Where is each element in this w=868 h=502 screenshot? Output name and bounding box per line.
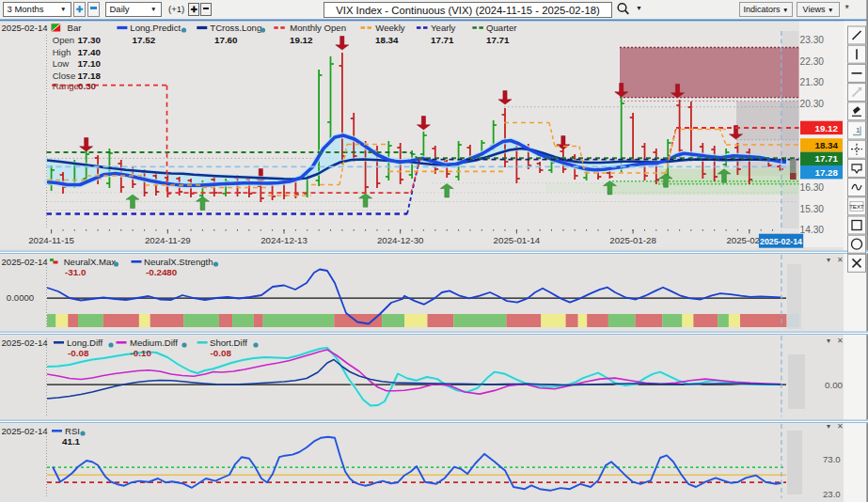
svg-text:Low: Low [53, 58, 70, 69]
svg-text:17.28: 17.28 [814, 167, 838, 178]
svg-text:20.30: 20.30 [800, 99, 825, 109]
svg-text:2025-02-14: 2025-02-14 [2, 426, 49, 436]
svg-text:19.12: 19.12 [814, 123, 838, 133]
svg-text:Close: Close [53, 71, 76, 81]
svg-text:Long.Diff: Long.Diff [67, 337, 103, 348]
svg-text:17.71: 17.71 [486, 35, 510, 45]
svg-text:-0.10: -0.10 [131, 348, 152, 358]
svg-text:2025-02-14: 2025-02-14 [2, 337, 49, 348]
svg-text:-31.0: -31.0 [65, 267, 87, 277]
svg-text:✕: ✕ [837, 337, 844, 345]
svg-text:2025-01-14: 2025-01-14 [494, 235, 541, 245]
svg-text:Open: Open [53, 35, 74, 45]
svg-text:23.30: 23.30 [800, 35, 825, 45]
svg-text:41.1: 41.1 [62, 436, 81, 447]
svg-text:16.30: 16.30 [800, 182, 825, 193]
svg-text:NeuralX.Strength: NeuralX.Strength [144, 257, 213, 267]
svg-text:NeuralX.Max: NeuralX.Max [64, 257, 117, 267]
svg-text:19.12: 19.12 [290, 35, 313, 45]
svg-text:18.34: 18.34 [375, 35, 399, 45]
svg-text:High: High [53, 47, 71, 57]
svg-text:Quarter: Quarter [486, 23, 517, 33]
svg-text:-0.2480: -0.2480 [146, 267, 178, 277]
svg-text:✕: ✕ [837, 422, 844, 431]
svg-text:RSI: RSI [65, 426, 80, 436]
svg-text:2025-02-14: 2025-02-14 [760, 237, 802, 246]
svg-text:0.30: 0.30 [78, 81, 97, 91]
svg-text:23.0: 23.0 [823, 489, 841, 499]
svg-text:14.30: 14.30 [800, 225, 825, 235]
svg-text:▾: ▾ [827, 422, 830, 431]
svg-text:18.34: 18.34 [814, 140, 838, 150]
svg-text:Short.Diff: Short.Diff [210, 337, 247, 348]
svg-text:2025-02-14: 2025-02-14 [2, 23, 49, 33]
svg-text:0.00: 0.00 [825, 380, 844, 390]
svg-text:15.30: 15.30 [800, 204, 825, 214]
svg-text:2024-11-29: 2024-11-29 [145, 235, 191, 245]
svg-text:-0.08: -0.08 [211, 348, 232, 358]
svg-text:Bar: Bar [68, 23, 83, 33]
svg-text:17.18: 17.18 [77, 71, 101, 81]
svg-text:TCross.Long: TCross.Long [210, 23, 261, 33]
svg-text:17.10: 17.10 [77, 58, 101, 69]
svg-text:2025-02-14: 2025-02-14 [2, 257, 49, 267]
svg-text:▾: ▾ [827, 337, 830, 345]
svg-text:17.71: 17.71 [814, 153, 838, 164]
svg-text:17.40: 17.40 [77, 47, 101, 57]
svg-text:1: 1 [856, 126, 860, 134]
svg-text:Weekly: Weekly [375, 23, 404, 33]
svg-text:2024-11-15: 2024-11-15 [28, 235, 74, 245]
svg-text:2025-01-28: 2025-01-28 [609, 235, 656, 245]
svg-text:22.30: 22.30 [800, 56, 825, 67]
svg-text:TEXT: TEXT [849, 203, 864, 210]
svg-text:✕: ✕ [837, 256, 844, 264]
svg-text:Medium.Diff: Medium.Diff [130, 337, 178, 348]
svg-text:21.30: 21.30 [800, 77, 825, 87]
svg-text:▾: ▾ [827, 256, 830, 264]
svg-text:73.0: 73.0 [823, 454, 841, 464]
svg-text:Yearly: Yearly [431, 23, 456, 33]
svg-text:17.60: 17.60 [214, 35, 238, 45]
svg-text:Long.Predict: Long.Predict [130, 23, 181, 33]
svg-text:17.71: 17.71 [431, 35, 454, 45]
svg-text:Range: Range [53, 81, 79, 91]
svg-text:-0.08: -0.08 [68, 348, 89, 358]
svg-text:2024-12-30: 2024-12-30 [377, 235, 424, 245]
svg-text:2024-12-13: 2024-12-13 [260, 235, 308, 245]
svg-text:Monthly Open: Monthly Open [290, 23, 346, 33]
svg-text:17.52: 17.52 [133, 35, 156, 45]
svg-text:17.30: 17.30 [77, 35, 101, 45]
svg-text:0.0000: 0.0000 [7, 292, 34, 303]
